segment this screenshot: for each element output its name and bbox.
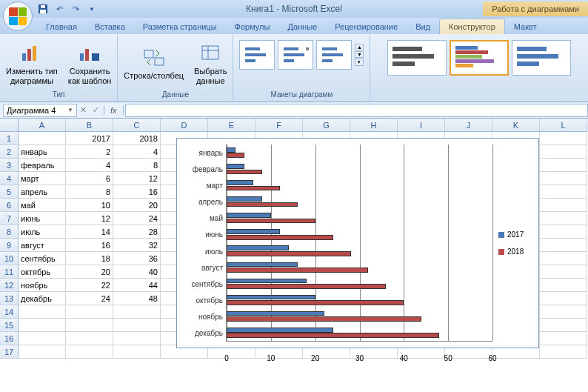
cell[interactable] — [66, 345, 113, 359]
cell[interactable]: январь — [19, 145, 66, 159]
chart-bar[interactable] — [227, 284, 386, 289]
chart-bar[interactable] — [227, 268, 368, 273]
name-box[interactable]: Диаграмма 4 ▼ — [3, 104, 77, 117]
tab-review[interactable]: Рецензирование — [326, 19, 407, 34]
chart-bar[interactable] — [227, 202, 298, 207]
cell[interactable] — [19, 345, 66, 359]
cell[interactable]: 22 — [66, 279, 113, 292]
row-header[interactable]: 3 — [0, 159, 19, 172]
cell[interactable]: 28 — [113, 225, 161, 239]
tab-formulas[interactable]: Формулы — [226, 19, 279, 34]
cell[interactable] — [540, 212, 587, 225]
cell[interactable]: 48 — [113, 292, 161, 305]
chart-bar[interactable] — [227, 262, 298, 268]
row-header[interactable]: 2 — [0, 145, 19, 159]
layout-gallery-more[interactable]: ▾ — [355, 59, 364, 66]
chart-style-2[interactable] — [450, 40, 509, 76]
chart-bar[interactable] — [227, 295, 315, 300]
cell[interactable]: декабрь — [19, 292, 66, 305]
cell[interactable] — [19, 132, 66, 145]
chart-bar[interactable] — [227, 235, 333, 240]
cell[interactable] — [113, 345, 161, 359]
qat-dropdown-icon[interactable]: ▼ — [86, 3, 98, 15]
save-icon[interactable] — [37, 3, 49, 15]
column-header[interactable]: K — [492, 119, 540, 132]
save-template-button[interactable]: Сохранить как шаблон — [65, 40, 115, 87]
redo-icon[interactable]: ↷ — [70, 3, 81, 15]
cell[interactable] — [540, 319, 587, 332]
cell[interactable] — [540, 279, 587, 292]
chart-bar[interactable] — [227, 229, 280, 234]
name-box-dropdown-icon[interactable]: ▼ — [67, 107, 73, 113]
cell[interactable]: 12 — [113, 172, 161, 185]
cell[interactable]: 8 — [113, 159, 161, 172]
chart-bar[interactable] — [227, 196, 262, 202]
cell[interactable]: 40 — [113, 265, 161, 279]
cell[interactable] — [540, 225, 587, 239]
switch-row-col-button[interactable]: Строка/столбец — [121, 44, 187, 82]
cell[interactable] — [66, 332, 113, 345]
cell[interactable]: июль — [19, 225, 66, 239]
cell[interactable]: 10 — [66, 199, 113, 212]
embedded-chart[interactable]: январьфевральмартапрельмайиюньиюльавгуст… — [176, 138, 539, 348]
cell[interactable]: март — [19, 172, 66, 185]
tab-data[interactable]: Данные — [278, 19, 326, 34]
cell[interactable]: июнь — [19, 212, 66, 225]
cell[interactable] — [113, 332, 161, 345]
cell[interactable]: 16 — [113, 185, 161, 199]
chart-bar[interactable] — [227, 213, 271, 218]
chart-layout-3[interactable] — [316, 40, 352, 70]
chart-bar[interactable] — [227, 147, 235, 153]
cell[interactable]: февраль — [19, 159, 66, 172]
cell[interactable]: 20 — [113, 199, 161, 212]
cell[interactable] — [540, 132, 587, 145]
cell[interactable] — [540, 345, 587, 359]
select-data-button[interactable]: Выбрать данные — [191, 40, 230, 87]
row-header[interactable]: 11 — [0, 265, 19, 279]
cell[interactable] — [19, 305, 66, 319]
cell[interactable]: 2017 — [66, 132, 113, 145]
cell[interactable] — [540, 172, 587, 185]
select-all-button[interactable] — [0, 119, 19, 132]
chart-bar[interactable] — [227, 279, 307, 284]
cell[interactable]: 44 — [113, 279, 161, 292]
chart-bar[interactable] — [227, 316, 421, 322]
chart-bar[interactable] — [227, 186, 280, 191]
chart-bar[interactable] — [227, 251, 351, 256]
chart-bar[interactable] — [227, 333, 439, 338]
column-header[interactable]: B — [66, 119, 113, 132]
cell[interactable]: октябрь — [19, 265, 66, 279]
cell[interactable]: 8 — [66, 185, 113, 199]
tab-home[interactable]: Главная — [37, 19, 86, 34]
chart-bar[interactable] — [227, 164, 244, 169]
chart-layout-1[interactable] — [239, 40, 275, 70]
cell[interactable]: 24 — [113, 212, 161, 225]
cell[interactable]: 6 — [66, 172, 113, 185]
undo-icon[interactable]: ↶ — [53, 3, 65, 15]
column-header[interactable]: G — [303, 119, 350, 132]
cell[interactable]: 12 — [66, 212, 113, 225]
office-button[interactable] — [3, 1, 33, 31]
chart-bar[interactable] — [227, 311, 324, 316]
cell[interactable]: сентябрь — [19, 252, 66, 265]
cell[interactable] — [540, 239, 587, 252]
change-chart-type-button[interactable]: Изменить тип диаграммы — [3, 40, 61, 87]
cell[interactable] — [540, 185, 587, 199]
cell[interactable]: 2018 — [113, 132, 161, 145]
cell[interactable]: 20 — [66, 265, 113, 279]
column-header[interactable]: C — [113, 119, 161, 132]
legend-item[interactable]: 2018 — [498, 248, 532, 256]
chart-bar[interactable] — [227, 328, 333, 333]
chart-legend[interactable]: 20172018 — [492, 144, 532, 342]
cell[interactable]: 4 — [113, 145, 161, 159]
cell[interactable] — [19, 319, 66, 332]
cancel-icon[interactable]: ✕ — [77, 105, 90, 115]
legend-item[interactable]: 2017 — [498, 230, 532, 239]
chart-bar[interactable] — [227, 219, 315, 224]
cell[interactable]: август — [19, 239, 66, 252]
chart-style-3[interactable] — [512, 40, 571, 76]
row-header[interactable]: 6 — [0, 199, 19, 212]
cell[interactable]: 4 — [66, 159, 113, 172]
row-header[interactable]: 15 — [0, 319, 19, 332]
cell[interactable]: 32 — [113, 239, 161, 252]
